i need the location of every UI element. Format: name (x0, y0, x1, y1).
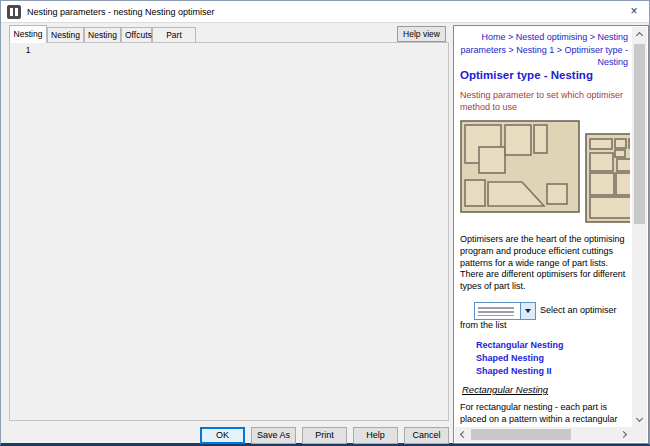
vertical-scrollbar[interactable] (632, 27, 647, 427)
optimiser-select-row: Select an optimiser from the list (460, 302, 632, 332)
scroll-down-icon[interactable] (632, 412, 647, 427)
tab-part-division[interactable]: Part division (152, 27, 196, 42)
link-shaped-nesting-2[interactable]: Shaped Nesting II (476, 366, 552, 376)
dropdown-arrow-icon (520, 303, 535, 319)
breadcrumb[interactable]: Home > Nested optimising > Nesting param… (458, 31, 628, 69)
help-board-image-2 (585, 133, 630, 223)
tab-nesting-2[interactable]: Nesting 2 (47, 27, 84, 42)
save-as-button[interactable]: Save As (251, 427, 296, 444)
close-icon[interactable]: × (619, 1, 649, 22)
help-paragraph-1: Optimisers are the heart of the optimisi… (460, 234, 630, 293)
print-button[interactable]: Print (302, 427, 347, 444)
tab-nesting-3[interactable]: Nesting 3 (84, 27, 121, 42)
tab-nesting-1[interactable]: Nesting 1 (9, 25, 47, 43)
title-bar: Nesting parameters - nesting Nesting opt… (1, 1, 649, 23)
cancel-button[interactable]: Cancel (404, 427, 449, 444)
scroll-up-icon[interactable] (632, 27, 647, 42)
help-panel: Home > Nested optimising > Nesting param… (453, 25, 649, 444)
window-title: Nesting parameters - nesting Nesting opt… (27, 7, 215, 17)
scrollbar-corner (632, 427, 647, 442)
scroll-right-icon[interactable] (617, 427, 632, 442)
scroll-left-icon[interactable] (455, 427, 470, 442)
link-rectangular-nesting[interactable]: Rectangular Nesting (476, 340, 564, 350)
vertical-scroll-thumb[interactable] (634, 44, 645, 224)
link-shaped-nesting[interactable]: Shaped Nesting (476, 353, 544, 363)
ok-button[interactable]: OK (200, 427, 245, 444)
optimiser-select-illustration (474, 302, 536, 320)
horizontal-scrollbar[interactable] (455, 427, 632, 442)
app-icon (7, 5, 21, 19)
help-view-button[interactable]: Help view << (397, 26, 446, 42)
tab-offcuts[interactable]: Offcuts (121, 27, 152, 42)
help-section-heading: Rectangular Nesting (462, 384, 548, 395)
help-button[interactable]: Help (353, 427, 398, 444)
horizontal-scroll-thumb[interactable] (471, 429, 571, 440)
help-board-image-1 (460, 120, 580, 213)
help-heading: Optimiser type - Nesting (460, 69, 593, 81)
dialog-window: Nesting parameters - nesting Nesting opt… (0, 0, 650, 446)
dropdown-bars-icon (478, 307, 514, 316)
help-subtitle: Nesting parameter to set which optimiser… (460, 89, 630, 113)
tab-page-nesting-1 (9, 42, 449, 421)
